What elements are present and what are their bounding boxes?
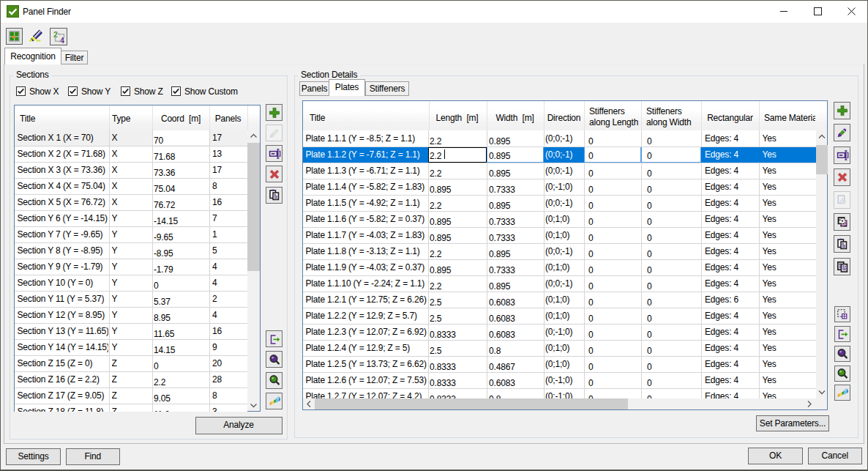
svg-text:2: 2 xyxy=(53,31,58,39)
